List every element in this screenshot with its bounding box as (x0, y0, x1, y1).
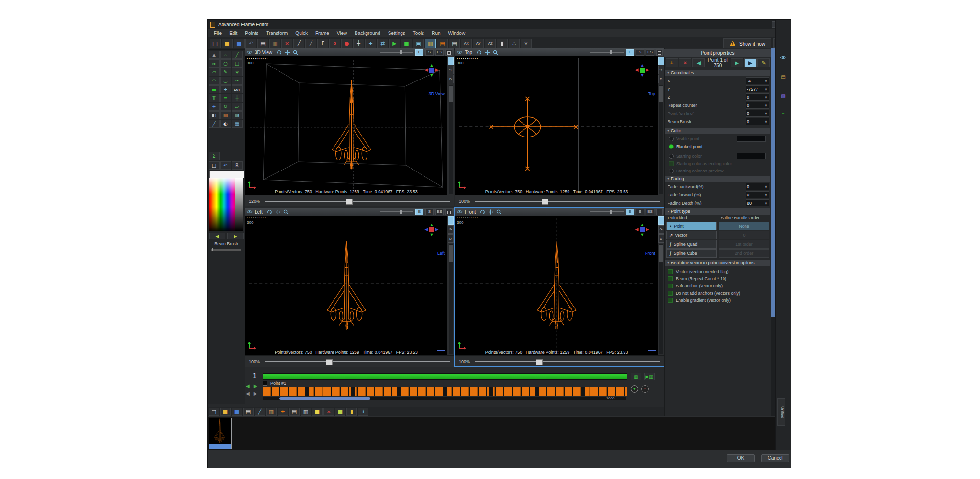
checkbox-icon[interactable] (668, 284, 673, 288)
viewport-3d-canvas[interactable]: ••••••••••• 300 ▲ ◀▶ ▼ 3D View Points/Ve… (245, 56, 447, 195)
section-point-type[interactable]: Point type (665, 208, 770, 215)
mode-s-button[interactable]: S (636, 209, 644, 215)
checkbox-icon[interactable] (669, 161, 674, 166)
menu-item[interactable]: Edit (226, 30, 241, 36)
paint-tool[interactable]: ◧ (209, 111, 220, 119)
copy-button[interactable]: ▤ (257, 39, 268, 48)
redo-r-tool[interactable]: R (232, 161, 243, 170)
rotate-view-button[interactable] (479, 209, 486, 215)
palette-panel-button[interactable]: ▤ (779, 73, 788, 80)
timeline-scrollbar[interactable] (263, 397, 626, 400)
save-frame-button[interactable]: ■ (232, 408, 242, 416)
viewport-top-canvas[interactable]: ••••••••••• 300 ▲ ◀▶ ▼ Top Points/Vector… (455, 56, 658, 195)
checkbox-icon[interactable] (668, 276, 673, 281)
maximize-view-button[interactable] (445, 209, 452, 215)
play-points-button[interactable]: ▶ (744, 58, 757, 67)
timeline-scroll-thumb[interactable] (279, 397, 370, 400)
fill-tool[interactable]: ▧ (220, 111, 231, 119)
snap-button[interactable]: ┼ (353, 39, 364, 48)
view-depth-button[interactable]: D (448, 234, 454, 243)
next-frame-button[interactable]: ▶ (254, 383, 257, 388)
view-visibility-button[interactable] (246, 49, 253, 55)
mouse-mode-button[interactable]: ▮ (497, 39, 508, 48)
unified-tab[interactable]: Unified (777, 398, 785, 426)
numeric-input[interactable]: 0▲▼ (746, 183, 769, 190)
fit-frames-button[interactable]: ▥ (631, 373, 641, 380)
freehand-tool[interactable]: ✎ (220, 68, 231, 76)
spinner-icon[interactable]: ▲▼ (764, 96, 768, 99)
radio-icon[interactable] (669, 154, 674, 159)
view-depth-button[interactable]: D (658, 234, 664, 243)
lock-x-button[interactable]: AX (461, 39, 472, 48)
text-tool[interactable]: T (209, 94, 220, 102)
polyline-tool[interactable]: ≈ (209, 59, 220, 68)
lock-z-button[interactable]: AZ (485, 39, 496, 48)
section-fading[interactable]: Fading (665, 176, 770, 182)
open-frame-button[interactable]: ■ (220, 408, 231, 416)
info-frame-button[interactable]: ℹ (358, 408, 368, 416)
gray-ramp[interactable] (235, 178, 243, 231)
checkbox-icon[interactable] (668, 298, 673, 303)
menu-item[interactable]: Transform (263, 30, 291, 36)
mode-es-button[interactable]: ES (646, 209, 654, 215)
conversion-option[interactable]: Beam (Repeat Count * 10) (665, 275, 769, 282)
new-frame-button[interactable]: □ (209, 408, 219, 416)
mode-es-button[interactable]: ES (435, 209, 444, 215)
menu-item[interactable]: Background (351, 30, 383, 36)
ellipse-tool[interactable]: ○ (220, 59, 231, 68)
view-rotate-button[interactable]: ↷ (658, 66, 664, 74)
numeric-input[interactable]: 0▲▼ (746, 118, 769, 125)
numeric-input[interactable]: 80▲▼ (746, 199, 769, 206)
rotate-tool[interactable]: ↻ (220, 103, 231, 111)
radio-selected-icon[interactable] (669, 144, 674, 149)
spinner-icon[interactable]: ▲▼ (764, 194, 768, 196)
zoom-in-button[interactable]: + (631, 385, 638, 393)
view-depth-button[interactable]: D (448, 75, 454, 83)
view-rotate-button[interactable]: ↷ (448, 225, 454, 234)
frame-thumbnail[interactable] (209, 418, 232, 449)
zoom-view-button[interactable] (492, 49, 499, 55)
numeric-input[interactable]: 0▲▼ (746, 102, 769, 109)
numeric-input[interactable]: 0▲▼ (746, 93, 769, 101)
view-rotate-button[interactable]: ↷ (448, 66, 454, 74)
corner-tool-button[interactable]: Γ (317, 39, 328, 48)
skew-tool[interactable]: ▱ (232, 103, 243, 111)
spinner-icon[interactable]: ▲▼ (764, 120, 768, 123)
conversion-option[interactable]: Do not add anchors (vectors only) (665, 289, 769, 297)
duplicate-frame-button[interactable]: ▤ (289, 408, 300, 416)
next-point-button[interactable]: ▶ (731, 58, 743, 67)
spinner-icon[interactable]: ▲▼ (764, 185, 768, 188)
view-tool-active-button[interactable] (448, 216, 454, 225)
view-slider[interactable] (590, 52, 624, 53)
line-tool-button[interactable]: ╱ (305, 39, 316, 48)
checkbox-icon[interactable] (668, 269, 673, 274)
pen-tool[interactable]: ╱ (209, 120, 220, 128)
conversion-option[interactable]: Enable gradient (vector only) (665, 297, 769, 304)
mode-es-button[interactable]: ES (646, 49, 654, 56)
mode-s-button[interactable]: S (425, 49, 434, 56)
mode-s-button[interactable]: S (425, 209, 434, 215)
dimension-tool[interactable]: ┼ (232, 94, 243, 102)
zoom-slider[interactable] (265, 201, 450, 202)
add-point-button[interactable]: + (666, 58, 678, 67)
brush-panel-button[interactable]: ▨ (779, 92, 788, 99)
polygon-tool[interactable]: ▱ (209, 68, 220, 76)
track-color-box[interactable] (263, 381, 267, 386)
add-frame-button[interactable]: + (278, 408, 288, 416)
beam-brush-slider[interactable] (211, 249, 241, 251)
point-kind-button[interactable]: ↗Vector (666, 231, 717, 240)
spinner-icon[interactable]: ▲▼ (764, 202, 768, 205)
viewport-vscroll[interactable] (449, 244, 453, 354)
starting-color-swatch[interactable] (737, 153, 766, 159)
numeric-input[interactable]: -4▲▼ (746, 77, 769, 84)
save-button[interactable]: ■ (234, 39, 245, 48)
zoom-slider[interactable] (265, 361, 450, 362)
page-tool[interactable]: □ (209, 161, 220, 170)
play-button[interactable]: ▶ (389, 39, 400, 48)
point-kind-button[interactable]: ∫Spline Quad (666, 240, 717, 249)
open-button[interactable]: ■ (222, 39, 233, 48)
dotted-mode-button[interactable]: ∴ (509, 39, 520, 48)
crosshair-button[interactable]: + (365, 39, 376, 48)
layers-panel-button[interactable]: ≡ (779, 111, 788, 117)
view-depth-button[interactable]: D (658, 75, 664, 83)
